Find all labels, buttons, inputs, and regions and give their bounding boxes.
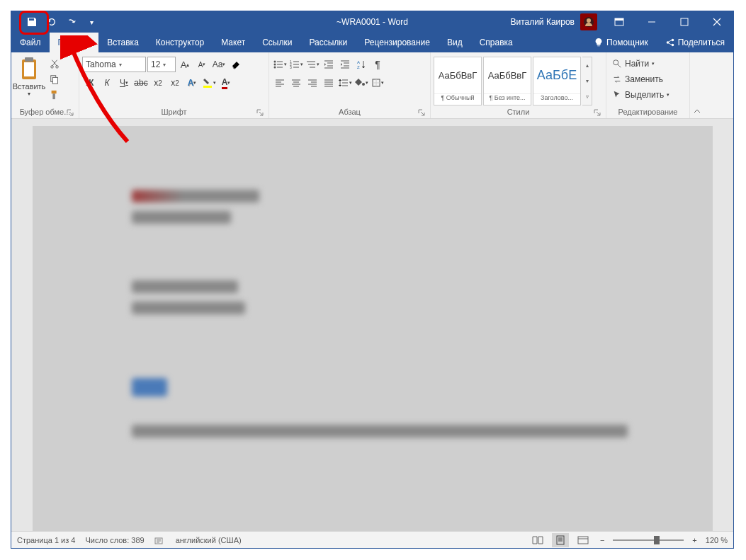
tab-home[interactable]: Главная (50, 33, 99, 52)
tab-file[interactable]: Файл (11, 33, 50, 52)
numbering-icon: 123 (289, 59, 300, 69)
tab-design[interactable]: Конструктор (147, 33, 213, 52)
change-case-button[interactable]: Aa▾ (211, 57, 227, 72)
share-icon (665, 38, 675, 47)
group-font: Tahoma▾ 12▾ A▴ A▾ Aa▾ Ж К Ч▾ abc x2 x2 A… (79, 52, 269, 118)
close-button[interactable] (701, 11, 733, 33)
ribbon-display-button[interactable] (603, 11, 635, 33)
text-effects-button[interactable]: A▾ (184, 75, 200, 91)
increase-indent-button[interactable] (337, 57, 353, 72)
tab-help[interactable]: Справка (471, 33, 521, 52)
bullets-button[interactable]: ▾ (272, 57, 288, 72)
decrease-indent-button[interactable] (321, 57, 337, 72)
font-name-combo[interactable]: Tahoma▾ (82, 57, 146, 72)
zoom-slider-thumb[interactable] (654, 536, 660, 544)
format-painter-button[interactable] (47, 88, 62, 102)
read-mode-icon (532, 536, 543, 544)
replace-button[interactable]: Заменить (609, 72, 666, 86)
highlight-icon (202, 77, 213, 88)
view-web-button[interactable] (575, 533, 592, 547)
grow-font-button[interactable]: A▴ (177, 57, 193, 72)
qat-customize-button[interactable]: ▾ (81, 13, 101, 31)
save-button[interactable] (22, 13, 42, 31)
clear-formatting-button[interactable] (228, 57, 244, 72)
find-button[interactable]: Найти▾ (609, 57, 657, 71)
zoom-out-button[interactable]: − (597, 536, 607, 544)
tab-share[interactable]: Поделиться (657, 33, 733, 52)
align-center-button[interactable] (288, 75, 304, 91)
status-language[interactable]: английский (США) (176, 536, 242, 544)
style-normal[interactable]: АаБбВвГ ¶ Обычный (434, 57, 482, 105)
superscript-button[interactable]: x2 (167, 75, 183, 91)
styles-up-button[interactable]: ▴ (582, 57, 592, 73)
style-heading1[interactable]: АаБбЕ Заголово... (533, 57, 581, 105)
tab-references[interactable]: Ссылки (254, 33, 300, 52)
font-size-combo[interactable]: 12▾ (147, 57, 176, 72)
tab-insert[interactable]: Вставка (98, 33, 147, 52)
zoom-level[interactable]: 120 % (706, 536, 728, 544)
svg-rect-14 (52, 77, 57, 84)
tab-assistant[interactable]: Помощник (585, 33, 657, 52)
user-avatar[interactable] (580, 13, 597, 30)
italic-button[interactable]: К (99, 75, 115, 91)
tab-layout[interactable]: Макет (213, 33, 254, 52)
align-right-button[interactable] (305, 75, 320, 91)
chevron-down-icon: ▾ (119, 62, 122, 68)
maximize-button[interactable] (668, 11, 701, 33)
blurred-text-line (132, 211, 231, 224)
zoom-slider[interactable] (613, 539, 684, 541)
font-dialog-launcher[interactable] (256, 108, 264, 117)
numbering-button[interactable]: 123▾ (288, 57, 304, 72)
sort-button[interactable]: AZ (354, 57, 369, 72)
highlight-button[interactable]: ▾ (201, 75, 217, 91)
show-marks-button[interactable]: ¶ (370, 57, 385, 72)
shrink-font-button[interactable]: A▾ (194, 57, 210, 72)
copy-button[interactable] (47, 72, 62, 86)
view-read-button[interactable] (529, 533, 546, 547)
lightbulb-icon (594, 38, 604, 47)
document-area[interactable] (11, 119, 733, 531)
styles-gallery-more[interactable]: ▴ ▾ ▿ (582, 57, 592, 105)
zoom-in-button[interactable]: + (689, 536, 699, 544)
justify-button[interactable] (321, 75, 337, 91)
chevron-up-icon (693, 107, 701, 115)
styles-dialog-launcher[interactable] (593, 108, 601, 117)
style-no-spacing[interactable]: АаБбВвГ ¶ Без инте... (483, 57, 531, 105)
statusbar: Страница 1 из 4 Число слов: 389 английск… (11, 531, 733, 548)
svg-point-1 (587, 18, 591, 23)
font-color-button[interactable]: A▾ (218, 75, 234, 91)
collapse-ribbon-button[interactable] (690, 52, 704, 118)
spellcheck-icon[interactable] (154, 535, 166, 545)
status-page[interactable]: Страница 1 из 4 (17, 536, 75, 544)
styles-expand-button[interactable]: ▿ (582, 89, 592, 105)
clipboard-dialog-launcher[interactable] (66, 108, 74, 117)
borders-button[interactable]: ▾ (370, 75, 385, 91)
tab-mailings[interactable]: Рассылки (300, 33, 356, 52)
shading-button[interactable]: ▾ (354, 75, 369, 91)
svg-rect-15 (52, 91, 57, 93)
close-icon (713, 18, 721, 26)
minimize-button[interactable] (635, 11, 668, 33)
paragraph-dialog-launcher[interactable] (417, 108, 426, 117)
undo-button[interactable] (42, 13, 62, 31)
multilevel-list-button[interactable]: ▾ (305, 57, 320, 72)
document-page[interactable] (33, 126, 713, 531)
underline-button[interactable]: Ч▾ (116, 75, 132, 91)
styles-down-button[interactable]: ▾ (582, 73, 592, 88)
view-print-button[interactable] (552, 533, 569, 547)
tab-review[interactable]: Рецензирование (356, 33, 439, 52)
user-name[interactable]: Виталий Каиров (504, 17, 580, 27)
select-button[interactable]: Выделить▾ (609, 88, 672, 102)
paste-button[interactable]: Вставить ▾ (14, 57, 44, 97)
strikethrough-button[interactable]: abc (133, 75, 149, 91)
redo-button[interactable] (62, 13, 81, 31)
line-spacing-button[interactable]: ▾ (337, 75, 353, 91)
cut-button[interactable] (47, 57, 62, 71)
subscript-button[interactable]: x2 (150, 75, 166, 91)
tab-view[interactable]: Вид (439, 33, 471, 52)
cut-icon (50, 59, 60, 69)
status-wordcount[interactable]: Число слов: 389 (85, 536, 144, 544)
align-left-button[interactable] (272, 75, 288, 91)
minimize-icon (648, 18, 656, 26)
bold-button[interactable]: Ж (82, 75, 98, 91)
